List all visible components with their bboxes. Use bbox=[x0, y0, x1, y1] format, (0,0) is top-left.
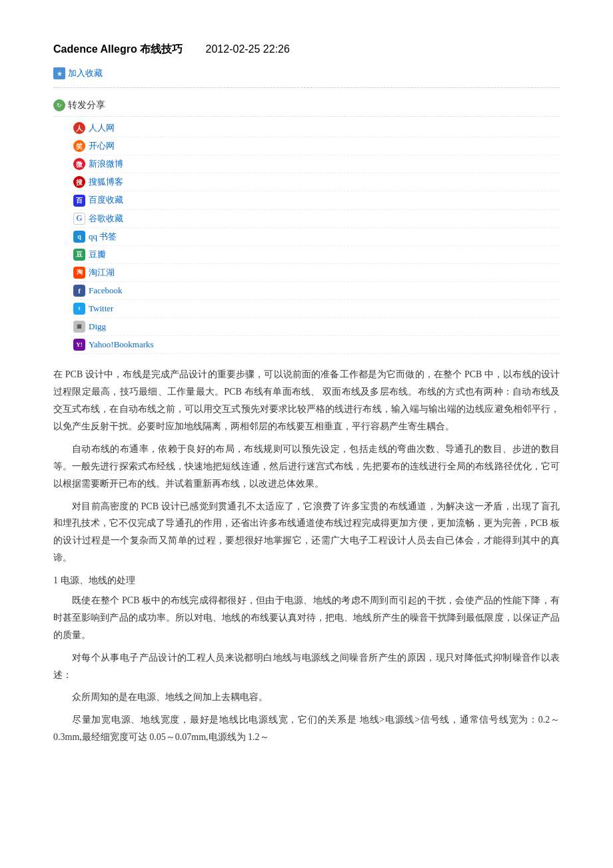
article-section-title: 1 电源、地线的处理 bbox=[53, 572, 560, 589]
baidu-link[interactable]: 百 百度收藏 bbox=[73, 191, 560, 209]
bookmark-link[interactable]: ★ 加入收藏 bbox=[53, 66, 560, 81]
article-para-2: 对目前高密度的 PCB 设计已感觉到贯通孔不太适应了，它浪费了许多宝贵的布线通道… bbox=[53, 498, 560, 567]
share-section: ↻ 转发分享 人 人人网 笑 开心网 bbox=[53, 93, 560, 355]
renren-link[interactable]: 人 人人网 bbox=[73, 119, 560, 137]
share-header-item: ↻ 转发分享 人 人人网 笑 开心网 bbox=[53, 93, 560, 355]
weibo-link[interactable]: 微 新浪微博 bbox=[73, 155, 560, 173]
share-item-taobao[interactable]: 淘 淘江湖 bbox=[73, 264, 560, 282]
article-para-5: 对每个从事电子产品设计的工程人员来说都明白地线与电源线之间噪音所产生的原因，现只… bbox=[53, 649, 560, 684]
share-item-yahoo[interactable]: Y! Yahoo!Bookmarks bbox=[73, 336, 560, 354]
page-title: Cadence Allegro 布线技巧 2012-02-25 22:26 bbox=[53, 40, 560, 58]
digg-link[interactable]: ▦ Digg bbox=[73, 318, 560, 336]
baidu-label: 百度收藏 bbox=[89, 193, 123, 207]
article-para-6: 众所周知的是在电源、地线之间加上去耦电容。 bbox=[53, 689, 560, 706]
renren-icon: 人 bbox=[73, 122, 85, 134]
facebook-link[interactable]: f Facebook bbox=[73, 282, 560, 300]
share-item-sohu[interactable]: 搜 搜狐博客 bbox=[73, 173, 560, 191]
facebook-label: Facebook bbox=[89, 283, 123, 298]
share-item-qq[interactable]: q qq 书签 bbox=[73, 228, 560, 246]
article-para-4: 既使在整个 PCB 板中的布线完成得都很好，但由于电源、地线的考虑不周到而引起的… bbox=[53, 592, 560, 644]
google-link[interactable]: G 谷歌收藏 bbox=[73, 210, 560, 228]
baidu-icon: 百 bbox=[73, 195, 85, 207]
share-item-renren[interactable]: 人 人人网 bbox=[73, 119, 560, 137]
share-header: ↻ 转发分享 bbox=[53, 95, 560, 117]
taobao-icon: 淘 bbox=[73, 267, 85, 279]
qq-link[interactable]: q qq 书签 bbox=[73, 228, 560, 246]
article-para-7: 尽量加宽电源、地线宽度，最好是地线比电源线宽，它们的关系是 地线>电源线>信号线… bbox=[53, 711, 560, 746]
article-body: 在 PCB 设计中，布线是完成产品设计的重要步骤，可以说前面的准备工作都是为它而… bbox=[53, 366, 560, 746]
weibo-icon: 微 bbox=[73, 158, 85, 170]
article-para-1: 自动布线的布通率，依赖于良好的布局，布线规则可以预先设定，包括走线的弯曲次数、导… bbox=[53, 441, 560, 493]
title-text: Cadence Allegro 布线技巧 bbox=[53, 43, 183, 55]
sohu-label: 搜狐博客 bbox=[89, 175, 123, 189]
share-item-kaixin[interactable]: 笑 开心网 bbox=[73, 137, 560, 155]
bookmark-icon: ★ bbox=[53, 67, 65, 79]
share-item-google[interactable]: G 谷歌收藏 bbox=[73, 210, 560, 228]
twitter-label: Twitter bbox=[89, 301, 113, 316]
yahoo-link[interactable]: Y! Yahoo!Bookmarks bbox=[73, 336, 560, 354]
twitter-icon: t bbox=[73, 303, 85, 315]
divider-top bbox=[53, 87, 560, 88]
google-label: 谷歌收藏 bbox=[89, 211, 123, 226]
share-item-digg[interactable]: ▦ Digg bbox=[73, 318, 560, 336]
facebook-icon: f bbox=[73, 285, 85, 297]
qq-label: qq 书签 bbox=[89, 229, 117, 244]
douban-icon: 豆 bbox=[73, 249, 85, 261]
yahoo-label: Yahoo!Bookmarks bbox=[89, 337, 154, 352]
share-list: ↻ 转发分享 人 人人网 笑 开心网 bbox=[53, 93, 560, 355]
douban-label: 豆瓣 bbox=[89, 247, 106, 262]
twitter-link[interactable]: t Twitter bbox=[73, 300, 560, 318]
google-icon: G bbox=[73, 213, 85, 225]
share-header-icon: ↻ bbox=[53, 99, 65, 111]
qq-icon: q bbox=[73, 231, 85, 243]
sohu-icon: 搜 bbox=[73, 176, 85, 188]
share-item-weibo[interactable]: 微 新浪微博 bbox=[73, 155, 560, 173]
douban-link[interactable]: 豆 豆瓣 bbox=[73, 246, 560, 264]
share-header-label: 转发分享 bbox=[68, 97, 105, 113]
share-item-twitter[interactable]: t Twitter bbox=[73, 300, 560, 318]
article-para-0: 在 PCB 设计中，布线是完成产品设计的重要步骤，可以说前面的准备工作都是为它而… bbox=[53, 366, 560, 435]
weibo-label: 新浪微博 bbox=[89, 157, 123, 171]
share-items-list: 人 人人网 笑 开心网 微 新浪微博 bbox=[53, 119, 560, 354]
page-header: Cadence Allegro 布线技巧 2012-02-25 22:26 bbox=[53, 40, 560, 58]
bookmark-label: 加入收藏 bbox=[68, 66, 103, 81]
kaixin-label: 开心网 bbox=[89, 139, 115, 153]
share-item-baidu[interactable]: 百 百度收藏 bbox=[73, 191, 560, 209]
yahoo-icon: Y! bbox=[73, 339, 85, 351]
kaixin-link[interactable]: 笑 开心网 bbox=[73, 137, 560, 155]
digg-icon: ▦ bbox=[73, 321, 85, 333]
share-item-facebook[interactable]: f Facebook bbox=[73, 282, 560, 300]
sohu-link[interactable]: 搜 搜狐博客 bbox=[73, 173, 560, 191]
taobao-label: 淘江湖 bbox=[89, 265, 115, 280]
taobao-link[interactable]: 淘 淘江湖 bbox=[73, 264, 560, 282]
share-item-douban[interactable]: 豆 豆瓣 bbox=[73, 246, 560, 264]
kaixin-icon: 笑 bbox=[73, 140, 85, 152]
renren-label: 人人网 bbox=[89, 121, 115, 135]
title-date: 2012-02-25 22:26 bbox=[206, 43, 290, 55]
digg-label: Digg bbox=[89, 319, 106, 334]
